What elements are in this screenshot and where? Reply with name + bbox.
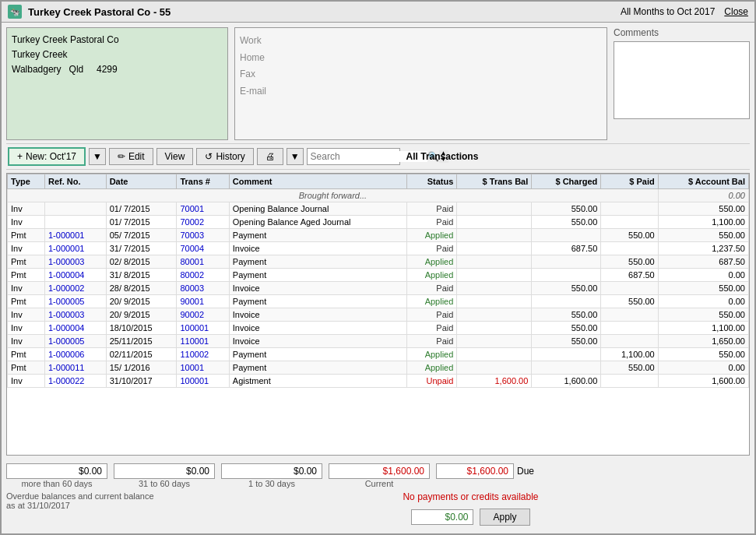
cell-ref: 1-000004 [44, 269, 106, 282]
cell-trans-bal [457, 229, 532, 242]
apply-button[interactable]: Apply [480, 509, 529, 526]
cell-type: Inv [8, 282, 45, 295]
main-content: Turkey Creek Pastoral Co Turkey Creek Wa… [2, 23, 754, 533]
cell-paid [601, 282, 658, 295]
print-button[interactable]: 🖨 [257, 148, 283, 165]
cell-account-bal: 1,237.50 [658, 242, 748, 255]
cell-type: Inv [8, 202, 45, 216]
cell-trans: 70003 [177, 229, 229, 242]
table-row[interactable]: Inv 1-000004 18/10/2015 100001 Invoice P… [8, 322, 749, 335]
search-box: 🔍 ▲ ▼ [307, 148, 400, 165]
cell-ref: 1-000003 [44, 255, 106, 269]
comments-label: Comments [614, 27, 750, 38]
col-status: Status [406, 174, 457, 189]
cell-comment: Invoice [229, 322, 406, 335]
table-row[interactable]: Pmt 1-000004 31/ 8/2015 80002 Payment Ap… [8, 269, 749, 282]
print-icon: 🖨 [265, 151, 275, 162]
all-transactions-label: All Transactions [406, 151, 479, 162]
aging-row: $0.00 more than 60 days $0.00 31 to 60 d… [6, 463, 750, 488]
cell-ref: 1-000001 [44, 229, 106, 242]
table-row[interactable]: Inv 01/ 7/2015 70001 Opening Balance Jou… [8, 202, 749, 216]
due-amount: $1,600.00 [436, 463, 514, 479]
cell-trans: 70004 [177, 242, 229, 255]
1to30-value: $0.00 [221, 463, 322, 479]
cell-account-bal: 550.00 [658, 348, 748, 361]
cell-type: Pmt [8, 255, 45, 269]
1to30-label: 1 to 30 days [221, 479, 322, 488]
cell-account-bal: 1,100.00 [658, 216, 748, 229]
due-box: $1,600.00 Due [436, 463, 534, 479]
cell-date: 20/ 9/2015 [106, 308, 177, 322]
table-row[interactable]: Pmt 1-000003 02/ 8/2015 80001 Payment Ap… [8, 255, 749, 269]
cell-date: 15/ 1/2016 [106, 361, 177, 375]
cell-comment: Agistment [229, 375, 406, 388]
table-row[interactable]: Pmt 1-000005 20/ 9/2015 90001 Payment Ap… [8, 295, 749, 308]
table-row[interactable]: Inv 1-000005 25/11/2015 110001 Invoice P… [8, 335, 749, 348]
col-date: Date [106, 174, 177, 189]
brought-forward-row: Brought forward... 0.00 [8, 189, 749, 202]
cell-date: 31/ 8/2015 [106, 269, 177, 282]
table-row[interactable]: Inv 1-000002 28/ 8/2015 80003 Invoice Pa… [8, 282, 749, 295]
cell-trans: 70002 [177, 216, 229, 229]
cell-charged: 1,600.00 [532, 375, 601, 388]
plus-icon: + [17, 151, 23, 162]
table-row[interactable]: Pmt 1-000006 02/11/2015 110002 Payment A… [8, 348, 749, 361]
table-row[interactable]: Pmt 1-000011 15/ 1/2016 10001 Payment Ap… [8, 361, 749, 375]
no-payments-message: No payments or credits available [403, 491, 538, 502]
table-row[interactable]: Inv 1-000001 31/ 7/2015 70004 Invoice Pa… [8, 242, 749, 255]
new-dropdown-button[interactable]: ▼ [89, 148, 106, 165]
bottom-section: $0.00 more than 60 days $0.00 31 to 60 d… [6, 459, 750, 529]
address-suburb-state: Walbadgery Qld 4299 [12, 62, 223, 77]
cell-ref [44, 216, 106, 229]
cell-status: Applied [406, 348, 457, 361]
edit-button[interactable]: ✏ Edit [109, 148, 153, 165]
history-button[interactable]: ↺ History [196, 148, 253, 165]
cell-type: Inv [8, 216, 45, 229]
cell-type: Inv [8, 322, 45, 335]
cell-paid [601, 322, 658, 335]
cell-account-bal: 550.00 [658, 282, 748, 295]
cell-ref: 1-000011 [44, 361, 106, 375]
table-row[interactable]: Inv 01/ 7/2015 70002 Opening Balance Age… [8, 216, 749, 229]
toolbar: + New: Oct'17 ▼ ✏ Edit View ↺ History 🖨 … [6, 143, 750, 170]
table-row[interactable]: Inv 1-000022 31/10/2017 100001 Agistment… [8, 375, 749, 388]
cell-charged [532, 229, 601, 242]
cell-paid [601, 242, 658, 255]
cell-trans-bal [457, 216, 532, 229]
comments-textarea[interactable] [614, 41, 750, 119]
cell-trans-bal [457, 255, 532, 269]
transactions-table: Type Ref. No. Date Trans # Comment Statu… [7, 174, 749, 388]
aging-current: $1,600.00 Current [329, 463, 430, 488]
aging-over60: $0.00 more than 60 days [6, 463, 107, 488]
cell-comment: Opening Balance Aged Journal [229, 216, 406, 229]
col-paid: $ Paid [601, 174, 658, 189]
contact-home: Home [240, 50, 602, 67]
apply-section: $0.00 Apply [411, 509, 529, 526]
cell-type: Inv [8, 335, 45, 348]
contact-work: Work [240, 33, 602, 50]
cell-comment: Invoice [229, 242, 406, 255]
new-button[interactable]: + New: Oct'17 [8, 147, 86, 166]
view-button[interactable]: View [156, 148, 194, 165]
cell-trans-bal [457, 295, 532, 308]
col-type: Type [8, 174, 45, 189]
col-ref: Ref. No. [44, 174, 106, 189]
cell-account-bal: 550.00 [658, 229, 748, 242]
table-row[interactable]: Pmt 1-000001 05/ 7/2015 70003 Payment Ap… [8, 229, 749, 242]
col-trans: Trans # [177, 174, 229, 189]
cell-charged [532, 255, 601, 269]
balance-note: Overdue balances and current balance as … [6, 491, 185, 510]
cell-trans: 90002 [177, 308, 229, 322]
cell-paid: 550.00 [601, 255, 658, 269]
close-button[interactable]: Close [724, 6, 748, 17]
print-dropdown-button[interactable]: ▼ [287, 148, 304, 165]
cell-charged: 550.00 [532, 216, 601, 229]
col-trans-bal: $ Trans Bal [457, 174, 532, 189]
no-payments-section: No payments or credits available $0.00 A… [192, 491, 750, 526]
cell-paid [601, 308, 658, 322]
cell-paid: 687.50 [601, 269, 658, 282]
comments-section: Comments [614, 27, 750, 140]
table-row[interactable]: Inv 1-000003 20/ 9/2015 90002 Invoice Pa… [8, 308, 749, 322]
cell-date: 18/10/2015 [106, 322, 177, 335]
cell-status: Applied [406, 361, 457, 375]
